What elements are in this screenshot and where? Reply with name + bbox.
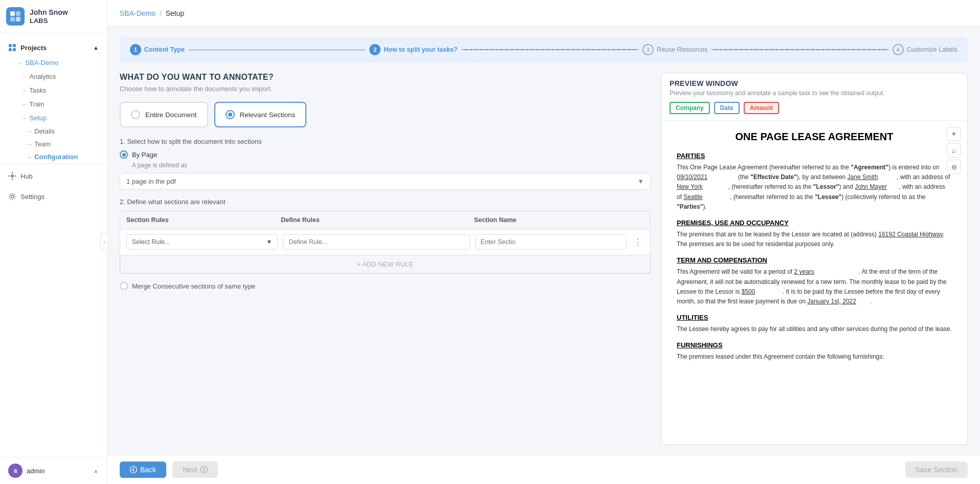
- svg-rect-1: [16, 11, 20, 16]
- chevron-down-icon: ▼: [637, 178, 644, 185]
- sidebar-item-details[interactable]: Details: [0, 125, 107, 138]
- annotate-title: WHAT DO YOU WANT TO ANNOTATE?: [120, 73, 651, 82]
- select-rule-dropdown[interactable]: Select Rule... ▼: [126, 234, 278, 250]
- furnishings-content: The premises leased under this Agreement…: [677, 352, 952, 362]
- step-3: 3 Reuse Resources: [642, 44, 707, 55]
- doc-title: ONE PAGE LEASE AGREEMENT: [677, 131, 952, 143]
- svg-rect-0: [10, 11, 15, 16]
- bottom-bar: Back Next Save Section: [107, 455, 980, 484]
- by-page-radio[interactable]: [120, 150, 128, 159]
- tag-company: Company: [670, 102, 710, 114]
- tag-date: Date: [714, 102, 740, 114]
- sidebar-collapse-button[interactable]: ‹: [100, 234, 108, 250]
- step-4-label: Customize Labels: [907, 46, 957, 53]
- define-rule-input[interactable]: [283, 234, 470, 250]
- svg-rect-5: [13, 44, 16, 47]
- svg-rect-4: [9, 44, 12, 47]
- back-icon: [130, 466, 137, 473]
- next-icon: [201, 466, 208, 473]
- svg-point-15: [201, 467, 207, 473]
- zoom-controls: + ⌕ ⊖: [947, 127, 961, 174]
- preview-panel: PREVIEW WINDOW Preview your taxonomy and…: [661, 73, 968, 445]
- svg-point-12: [9, 175, 10, 177]
- preview-subtitle: Preview your taxonomy and annotate a sam…: [670, 90, 959, 97]
- merge-label: Merge Consecutive sections of same type: [132, 282, 255, 290]
- sidebar-item-setup[interactable]: Setup: [0, 111, 107, 125]
- merge-radio[interactable]: [120, 282, 128, 290]
- zoom-fit-button[interactable]: ⌕: [947, 143, 961, 158]
- sidebar-item-settings[interactable]: Settings: [0, 188, 107, 205]
- step-connector-3: [711, 49, 888, 50]
- step-1-label: Content Type: [144, 46, 185, 53]
- projects-nav-group[interactable]: Projects ▲: [0, 39, 107, 56]
- split-label: 1. Select how to split the document into…: [120, 138, 651, 145]
- sidebar-item-team[interactable]: Team: [0, 138, 107, 150]
- svg-point-13: [11, 195, 14, 198]
- sidebar-item-analytics[interactable]: Analytics: [0, 70, 107, 83]
- preview-header: PREVIEW WINDOW Preview your taxonomy and…: [661, 73, 967, 121]
- rules-table-row: Select Rule... ▼ ⋮: [120, 229, 651, 255]
- user-profile[interactable]: a admin ▲: [0, 457, 107, 484]
- avatar: a: [8, 464, 23, 478]
- sidebar-item-configuration[interactable]: Configuration: [0, 150, 107, 163]
- page-hint: A page is defined as: [132, 162, 651, 169]
- preview-window: PREVIEW WINDOW Preview your taxonomy and…: [661, 73, 968, 445]
- breadcrumb-project-link[interactable]: SBA-Demo: [120, 9, 155, 17]
- breadcrumb: SBA-Demo / Setup: [120, 9, 184, 17]
- step-2-label: How to split your tasks?: [384, 46, 457, 53]
- next-button[interactable]: Next: [172, 461, 218, 478]
- svg-rect-6: [9, 48, 12, 51]
- step-4: 4 Customize Labels: [893, 44, 957, 55]
- step-3-circle: 3: [642, 44, 654, 55]
- sidebar-item-sba-demo[interactable]: SBA-Demo: [0, 56, 107, 70]
- logo-text: John Snow LABS: [30, 8, 68, 25]
- projects-label: Projects: [20, 44, 47, 52]
- annotate-left-panel: WHAT DO YOU WANT TO ANNOTATE? Choose how…: [120, 73, 651, 445]
- topbar: SBA-Demo / Setup: [107, 0, 980, 27]
- parties-content: This One Page Lease Agreement (hereinaft…: [677, 163, 952, 212]
- annotate-section: WHAT DO YOU WANT TO ANNOTATE? Choose how…: [120, 73, 968, 445]
- relevant-sections-option[interactable]: Relevant Sections: [214, 102, 307, 127]
- page-dropdown[interactable]: 1 page in the pdf ▼: [120, 173, 651, 190]
- step-2-circle: 2: [369, 44, 381, 55]
- sidebar-item-tasks[interactable]: Tasks: [0, 83, 107, 97]
- chevron-up-icon: ▲: [93, 45, 99, 51]
- step-1-circle: 1: [130, 44, 141, 55]
- term-heading: TERM AND COMPENSATION: [677, 256, 952, 264]
- svg-point-11: [12, 179, 13, 180]
- projects-icon: [8, 43, 16, 52]
- chevron-down-icon: ▼: [266, 238, 272, 246]
- sidebar-item-train[interactable]: Train: [0, 97, 107, 111]
- entire-document-option[interactable]: Entire Document: [120, 102, 208, 127]
- svg-point-14: [130, 467, 137, 473]
- annotation-options: Entire Document Relevant Sections: [120, 102, 651, 127]
- svg-point-8: [11, 174, 14, 178]
- entire-document-radio[interactable]: [131, 110, 140, 119]
- step-connector-2: [462, 49, 638, 50]
- zoom-out-button[interactable]: ⊖: [947, 160, 961, 174]
- define-section: 2. Define what sections are relevant Sec…: [120, 198, 651, 274]
- enter-section-input[interactable]: [475, 234, 627, 250]
- relevant-sections-radio[interactable]: [226, 110, 235, 119]
- premises-content: The premises that are to be leased by th…: [677, 230, 952, 249]
- back-button[interactable]: Back: [120, 461, 166, 478]
- svg-rect-2: [10, 17, 15, 21]
- svg-rect-3: [16, 17, 20, 21]
- zoom-in-button[interactable]: +: [947, 127, 961, 141]
- add-rule-button: + ADD NEW RULE: [120, 255, 651, 274]
- save-section-button[interactable]: Save Section: [905, 461, 968, 478]
- hub-icon: [8, 172, 16, 180]
- by-page-radio-row: By Page: [120, 150, 651, 159]
- chevron-up-icon: ▲: [93, 468, 99, 474]
- parties-heading: PARTIES: [677, 152, 952, 160]
- step-4-circle: 4: [893, 44, 904, 55]
- merge-row: Merge Consecutive sections of same type: [120, 282, 651, 290]
- sidebar-item-hub[interactable]: Hub: [0, 168, 107, 184]
- document-content: ONE PAGE LEASE AGREEMENT PARTIES This On…: [677, 131, 952, 362]
- preview-title: PREVIEW WINDOW: [670, 79, 959, 87]
- split-section: 1. Select how to split the document into…: [120, 138, 651, 190]
- step-connector-1: [189, 50, 365, 50]
- row-actions-button[interactable]: ⋮: [632, 236, 644, 248]
- svg-point-9: [12, 172, 13, 174]
- term-content: This Agreement will be valid for a perio…: [677, 267, 952, 306]
